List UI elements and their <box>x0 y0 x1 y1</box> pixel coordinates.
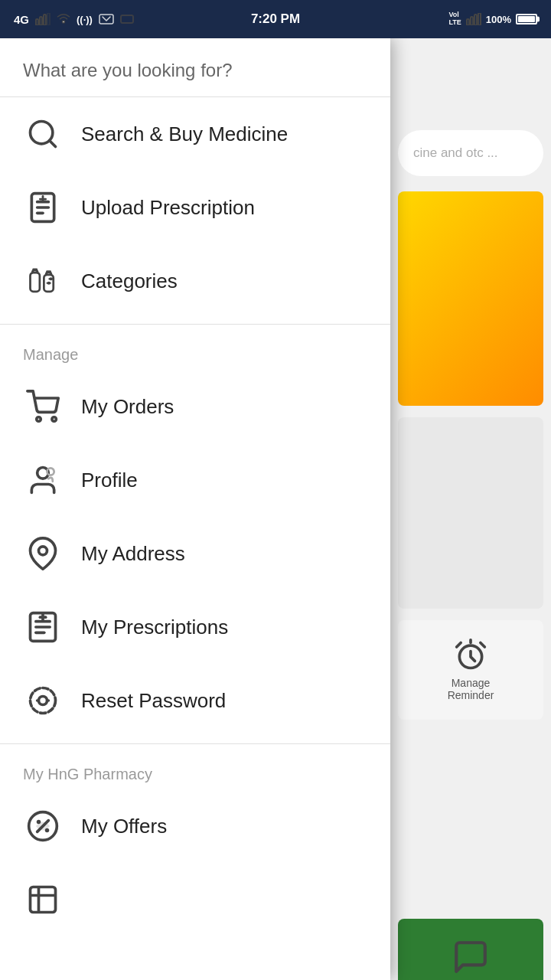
section-divider-2 <box>0 743 390 744</box>
menu-item-profile[interactable]: Profile <box>0 443 390 517</box>
prescription-doc-icon <box>23 188 63 227</box>
profile-icon <box>23 460 63 500</box>
nfc-icon: ((·)) <box>77 14 93 25</box>
categories-label: Categories <box>81 270 178 293</box>
menu-item-categories[interactable]: Categories <box>0 244 390 318</box>
battery-percentage: 100% <box>486 14 511 25</box>
drawer-header-question: What are you looking for? <box>23 60 367 81</box>
bg-banner2 <box>398 417 543 609</box>
status-time: 7:20 PM <box>251 11 300 27</box>
prescriptions-icon <box>23 607 63 647</box>
status-right: Vol LTE 100% <box>448 11 537 27</box>
svg-point-4 <box>63 21 65 23</box>
svg-rect-21 <box>31 273 40 292</box>
menu-item-upload-prescription[interactable]: Upload Prescription <box>0 171 390 244</box>
menu-item-my-prescriptions[interactable]: My Prescriptions <box>0 590 390 664</box>
menu-item-search-buy[interactable]: Search & Buy Medicine <box>0 97 390 171</box>
pharmacy-section: My HnG Pharmacy My Offers <box>0 750 390 942</box>
cart-icon <box>23 387 63 426</box>
bg-reminder: ManageReminder <box>398 620 543 720</box>
svg-line-16 <box>50 141 56 147</box>
wifi-icon <box>57 12 70 27</box>
search-buy-label: Search & Buy Medicine <box>81 122 288 146</box>
vol-lte-icon: Vol LTE <box>448 11 461 27</box>
bg-banner1 <box>398 191 543 406</box>
manage-section: Manage My Orders <box>0 331 390 737</box>
my-orders-label: My Orders <box>81 395 174 419</box>
svg-rect-10 <box>478 13 481 25</box>
location-icon <box>23 534 63 573</box>
section-divider-1 <box>0 324 390 325</box>
svg-point-27 <box>39 547 47 555</box>
drawer-header: What are you looking for? <box>0 38 390 97</box>
profile-label: Profile <box>81 469 138 492</box>
svg-rect-5 <box>99 15 113 24</box>
reminder-label: ManageReminder <box>448 677 494 701</box>
bg-whatsapp <box>398 919 543 980</box>
battery-icon <box>516 14 537 24</box>
extra-icon <box>23 880 63 920</box>
svg-point-33 <box>39 697 47 705</box>
status-bar: 4G ((·)) 7:20 PM Vol LTE <box>0 0 551 38</box>
my-offers-label: My Offers <box>81 815 167 838</box>
pharmacy-section-title: My HnG Pharmacy <box>0 750 390 789</box>
svg-rect-9 <box>474 15 477 25</box>
svg-point-35 <box>47 699 51 702</box>
svg-rect-3 <box>47 13 50 25</box>
offers-icon <box>23 806 63 846</box>
search-icon <box>23 114 63 154</box>
svg-rect-6 <box>121 15 133 23</box>
svg-point-34 <box>36 699 39 702</box>
side-drawer: What are you looking for? Search & Buy M… <box>0 38 390 980</box>
svg-rect-8 <box>471 17 473 25</box>
password-icon <box>23 681 63 720</box>
svg-point-26 <box>47 468 54 475</box>
signal-4g: 4G <box>14 13 29 26</box>
svg-rect-7 <box>467 19 469 25</box>
menu-item-reset-password[interactable]: Reset Password <box>0 664 390 737</box>
menu-item-my-address[interactable]: My Address <box>0 517 390 590</box>
my-prescriptions-label: My Prescriptions <box>81 616 228 639</box>
upload-prescription-label: Upload Prescription <box>81 196 255 220</box>
menu-item-extra[interactable] <box>0 863 390 942</box>
svg-point-32 <box>31 688 56 714</box>
bg-search-bar: cine and otc ... <box>398 130 543 176</box>
menu-item-my-offers[interactable]: My Offers <box>0 789 390 863</box>
svg-rect-0 <box>36 19 38 25</box>
manage-section-title: Manage <box>0 331 390 370</box>
menu-item-my-orders[interactable]: My Orders <box>0 370 390 443</box>
svg-rect-2 <box>44 15 46 25</box>
top-menu-section: Search & Buy Medicine Upload Prescriptio… <box>0 97 390 318</box>
my-address-label: My Address <box>81 542 185 566</box>
svg-point-23 <box>37 417 41 422</box>
status-left: 4G ((·)) <box>14 12 134 27</box>
svg-point-24 <box>52 417 57 422</box>
svg-rect-1 <box>40 17 42 25</box>
categories-icon <box>23 261 63 301</box>
reset-password-label: Reset Password <box>81 689 226 713</box>
